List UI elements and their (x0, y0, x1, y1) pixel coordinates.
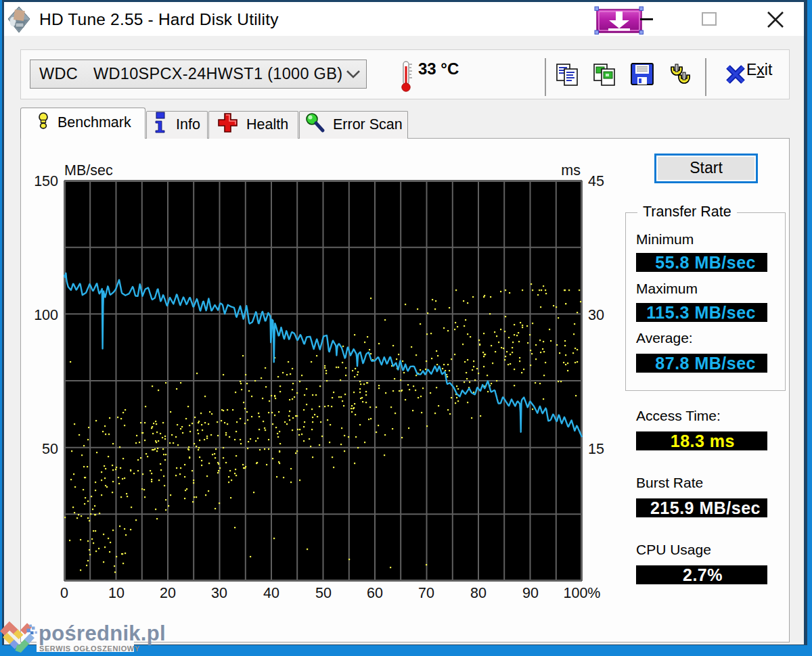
svg-text:30: 30 (211, 585, 227, 601)
svg-text:100: 100 (34, 307, 58, 323)
svg-text:pośrednik.pl: pośrednik.pl (39, 622, 166, 645)
svg-text:45: 45 (588, 173, 604, 189)
svg-text:50: 50 (315, 585, 332, 601)
svg-text:MB/sec: MB/sec (64, 162, 113, 179)
svg-text:50: 50 (42, 441, 58, 457)
svg-text:30: 30 (588, 307, 604, 323)
svg-text:100%: 100% (564, 585, 601, 601)
svg-text:20: 20 (160, 585, 176, 601)
svg-text:10: 10 (108, 585, 125, 601)
svg-text:60: 60 (367, 585, 383, 601)
svg-text:SERWIS OGŁOSZENIOWY: SERWIS OGŁOSZENIOWY (39, 645, 140, 653)
svg-text:40: 40 (263, 585, 279, 601)
svg-text:90: 90 (522, 585, 539, 601)
svg-text:150: 150 (34, 173, 58, 189)
svg-text:70: 70 (418, 585, 434, 601)
svg-text:80: 80 (470, 585, 487, 601)
svg-text:15: 15 (588, 441, 604, 457)
svg-text:ms: ms (561, 162, 581, 179)
svg-text:0: 0 (60, 585, 68, 601)
